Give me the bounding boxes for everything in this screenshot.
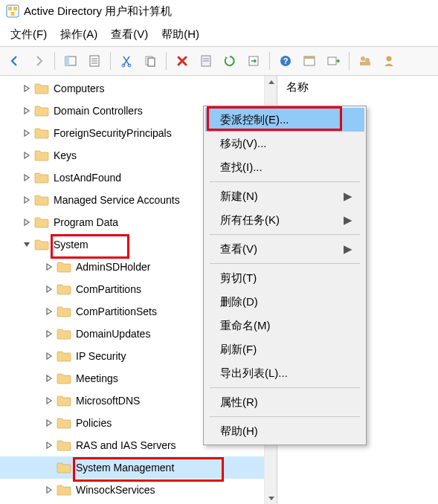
expander-icon[interactable] bbox=[43, 395, 55, 407]
tree-item-label: LostAndFound bbox=[54, 172, 121, 184]
nav-forward-button[interactable] bbox=[28, 51, 49, 71]
svg-rect-25 bbox=[360, 62, 370, 65]
svg-rect-1 bbox=[8, 7, 12, 10]
tree-item-label: System bbox=[54, 239, 88, 251]
nav-back-button[interactable] bbox=[4, 51, 25, 71]
ctx-separator bbox=[210, 263, 360, 264]
expander-icon[interactable] bbox=[21, 172, 33, 184]
svg-rect-5 bbox=[65, 56, 69, 65]
svg-rect-13 bbox=[148, 58, 155, 66]
ctx-new[interactable]: 新建(N)▶ bbox=[205, 184, 364, 208]
tree-item[interactable]: System Management bbox=[0, 456, 277, 479]
submenu-arrow-icon: ▶ bbox=[344, 190, 352, 203]
tree-item-label: ComPartitionSets bbox=[76, 306, 157, 317]
ctx-export-list[interactable]: 导出列表(L)... bbox=[205, 361, 364, 385]
tree-item-label: ComPartitions bbox=[76, 283, 141, 295]
show-hide-tree-button[interactable] bbox=[60, 51, 81, 71]
ctx-rename[interactable]: 重命名(M) bbox=[205, 314, 364, 337]
toolbar-separator bbox=[269, 52, 270, 70]
menu-bar: 文件(F) 操作(A) 查看(V) 帮助(H) bbox=[0, 22, 438, 46]
tree-item-label: Computers bbox=[54, 83, 104, 94]
ctx-label: 帮助(H) bbox=[220, 424, 258, 439]
ctx-find[interactable]: 查找(I)... bbox=[205, 155, 364, 179]
ctx-properties[interactable]: 属性(R) bbox=[205, 390, 364, 414]
details-header-name: 名称 bbox=[286, 80, 429, 94]
expander-icon[interactable] bbox=[43, 328, 55, 340]
expander-icon[interactable] bbox=[43, 439, 55, 451]
refresh-button[interactable] bbox=[219, 51, 240, 71]
svg-rect-22 bbox=[328, 57, 336, 65]
toolbar-separator bbox=[166, 52, 167, 70]
expander-icon[interactable] bbox=[21, 127, 33, 139]
expander-icon[interactable] bbox=[43, 484, 55, 496]
menu-view[interactable]: 查看(V) bbox=[111, 28, 148, 42]
context-menu: 委派控制(E)... 移动(V)... 查找(I)... 新建(N)▶ 所有任务… bbox=[203, 106, 367, 445]
ctx-label: 导出列表(L)... bbox=[220, 366, 288, 381]
ctx-label: 查找(I)... bbox=[220, 161, 263, 175]
ctx-separator bbox=[210, 181, 360, 182]
expander-icon[interactable] bbox=[43, 283, 55, 295]
submenu-arrow-icon: ▶ bbox=[344, 242, 352, 256]
title-bar: Active Directory 用户和计算机 bbox=[0, 0, 438, 22]
ctx-label: 所有任务(K) bbox=[220, 213, 280, 227]
ctx-label: 移动(V)... bbox=[220, 137, 267, 151]
tree-item[interactable]: WinsockServices bbox=[0, 479, 277, 501]
expander-icon[interactable] bbox=[43, 306, 55, 317]
ctx-delete[interactable]: 删除(D) bbox=[205, 290, 364, 314]
props2-button[interactable] bbox=[196, 51, 216, 71]
cut-button[interactable] bbox=[116, 51, 137, 71]
expander-icon[interactable] bbox=[21, 216, 33, 228]
filter-button[interactable] bbox=[299, 51, 320, 71]
scroll-up-icon[interactable] bbox=[265, 76, 277, 88]
ctx-move[interactable]: 移动(V)... bbox=[205, 132, 364, 155]
expander-icon[interactable] bbox=[43, 372, 55, 384]
help-button[interactable]: ? bbox=[275, 51, 296, 71]
ctx-delegate-control[interactable]: 委派控制(E)... bbox=[205, 108, 364, 132]
expander-icon[interactable] bbox=[21, 194, 33, 206]
ctx-separator bbox=[210, 416, 360, 417]
ad-app-icon bbox=[6, 4, 19, 18]
ctx-label: 重命名(M) bbox=[220, 319, 271, 333]
expander-icon[interactable] bbox=[21, 149, 33, 161]
export-button[interactable] bbox=[243, 51, 264, 71]
tree-item-label: WinsockServices bbox=[76, 484, 155, 496]
tree-item-label: ForeignSecurityPrincipals bbox=[54, 127, 172, 139]
expander-icon[interactable] bbox=[21, 239, 33, 251]
properties-button[interactable] bbox=[84, 51, 105, 71]
tree-item-label: DomainUpdates bbox=[76, 328, 150, 340]
svg-rect-21 bbox=[304, 56, 315, 59]
ctx-all-tasks[interactable]: 所有任务(K)▶ bbox=[205, 208, 364, 232]
tree-item[interactable]: Computers bbox=[0, 77, 277, 100]
ctx-label: 删除(D) bbox=[220, 295, 258, 309]
svg-rect-2 bbox=[13, 7, 17, 10]
expander-icon[interactable] bbox=[43, 417, 55, 429]
find-users-button[interactable] bbox=[355, 51, 376, 71]
scroll-down-icon[interactable] bbox=[265, 491, 277, 504]
delete-button[interactable] bbox=[172, 51, 193, 71]
menu-file[interactable]: 文件(F) bbox=[10, 28, 47, 42]
expander-icon[interactable] bbox=[43, 462, 55, 474]
expander-icon[interactable] bbox=[43, 261, 55, 273]
add-user-button[interactable] bbox=[379, 51, 399, 71]
run-button[interactable] bbox=[323, 51, 344, 71]
ctx-label: 查看(V) bbox=[220, 242, 257, 256]
ctx-view[interactable]: 查看(V)▶ bbox=[205, 237, 364, 261]
menu-action[interactable]: 操作(A) bbox=[60, 28, 97, 42]
ctx-help[interactable]: 帮助(H) bbox=[205, 419, 364, 443]
svg-point-23 bbox=[361, 56, 365, 61]
tree-item-label: Meetings bbox=[76, 372, 118, 384]
tree-item-label: Policies bbox=[76, 417, 112, 429]
copy-button[interactable] bbox=[140, 51, 161, 71]
tree-item-label: MicrosoftDNS bbox=[76, 395, 140, 407]
ctx-separator bbox=[210, 387, 360, 388]
svg-point-26 bbox=[387, 56, 392, 62]
ctx-refresh[interactable]: 刷新(F) bbox=[205, 337, 364, 361]
submenu-arrow-icon: ▶ bbox=[344, 213, 352, 227]
menu-help[interactable]: 帮助(H) bbox=[161, 28, 199, 42]
expander-icon[interactable] bbox=[21, 83, 33, 94]
toolbar-separator bbox=[349, 52, 350, 70]
tree-item-label: IP Security bbox=[76, 350, 126, 362]
ctx-cut[interactable]: 剪切(T) bbox=[205, 266, 364, 290]
expander-icon[interactable] bbox=[21, 105, 33, 117]
expander-icon[interactable] bbox=[43, 350, 55, 362]
